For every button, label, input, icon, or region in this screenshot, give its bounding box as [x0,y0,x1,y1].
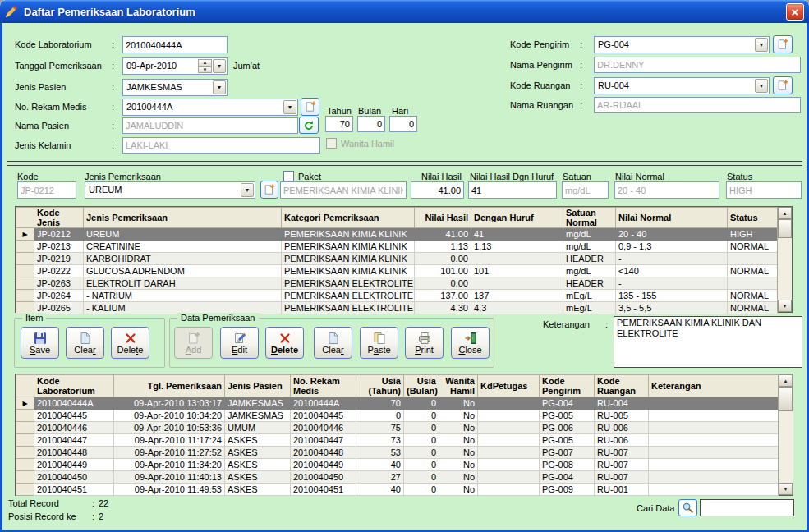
cell-kode-jenis[interactable]: JP-0212 [34,228,84,241]
table-row[interactable]: ▶ JP-0212 UREUM PEMERIKSAAN KIMIA KLINIK… [16,228,778,241]
cell-kode-pengirim[interactable]: PG-005 [540,434,595,447]
cell-nilai-normal[interactable]: 3,5 - 5,5 [616,302,728,314]
cell-usia-tahun[interactable]: 0 [356,410,404,422]
jenis-pasien-combo[interactable]: JAMKESMAS ▼ [122,79,228,96]
cell-kode-ruangan[interactable]: RU-007 [595,447,649,459]
cell-jenis-pemeriksaan[interactable]: - NATRIUM [84,290,282,302]
cell-jenis-pasien[interactable]: ASKES [225,484,291,496]
scrollbar-thumb[interactable] [779,387,793,411]
cell-kode-jenis[interactable]: JP-0219 [34,253,84,265]
print-button[interactable]: Print [405,327,444,359]
cari-data-button[interactable] [678,499,697,516]
row-selector[interactable] [16,422,34,434]
cell-satuan[interactable]: HEADER [563,277,616,290]
cell-nilai-hasil[interactable]: 0.00 [415,277,471,290]
table-row[interactable]: JP-0219 KARBOHIDRAT PEMERIKSAAN KIMIA KL… [16,253,778,265]
add-button[interactable]: Add [174,327,213,359]
cell-dengan-huruf[interactable]: 137 [471,290,563,302]
cell-jenis-pemeriksaan[interactable]: GLUCOSA ADRENDOM [84,265,282,277]
paste-button[interactable]: Paste [360,327,398,359]
satuan-input[interactable] [562,181,609,199]
cell-kode-jenis[interactable]: JP-0213 [34,241,84,253]
cari-data-input[interactable] [700,499,794,516]
cell-kode-pengirim[interactable]: PG-004 [540,397,595,410]
cell-kode-jenis[interactable]: JP-0263 [34,277,84,290]
cell-usia-bulan[interactable]: 0 [404,422,439,434]
nilai-hasil-huruf-input[interactable] [468,181,557,199]
cell-kode-jenis[interactable]: JP-0222 [34,265,84,277]
no-rekam-medis-combo[interactable]: 20100444A ▼ [122,99,298,116]
cell-nilai-normal[interactable]: - [616,277,728,290]
new-ruangan-button[interactable] [773,76,793,94]
table-row[interactable]: ▶ 2010040444A 09-Apr-2010 13:03:17 JAMKE… [16,397,779,410]
cell-usia-tahun[interactable]: 27 [356,471,404,484]
cell-usia-tahun[interactable]: 40 [356,459,404,471]
cell-kode-laboratorium[interactable]: 2010040451 [34,484,114,496]
keterangan-textarea[interactable]: PEMERIKSAAN KIMIA KLINIK DAN ELEKTROLITE [614,316,802,368]
cell-nilai-normal[interactable]: 135 - 155 [616,290,728,302]
cell-kdpetugas[interactable] [478,459,540,471]
cell-satuan[interactable]: mg/dL [563,228,616,241]
cell-nilai-normal[interactable]: 20 - 40 [616,228,728,241]
item-grid-scrollbar[interactable]: ▲ ▼ [777,207,792,312]
table-row[interactable]: JP-0222 GLUCOSA ADRENDOM PEMERIKSAAN KIM… [16,265,778,277]
cell-kdpetugas[interactable] [478,397,540,410]
new-jenis-pemeriksaan-button[interactable] [260,181,278,199]
nilai-normal-input[interactable] [614,181,719,199]
cell-jenis-pemeriksaan[interactable]: UREUM [84,228,282,241]
scroll-down-button[interactable]: ▼ [779,483,793,495]
cell-dengan-huruf[interactable]: 101 [471,265,563,277]
cell-satuan[interactable]: mEg/L [563,302,616,314]
save-button[interactable]: Save [21,327,59,359]
cell-kode-ruangan[interactable]: RU-004 [595,397,649,410]
cell-kategori[interactable]: PEMERIKSAAN KIMIA KLINIK [282,253,415,265]
cell-kode-jenis[interactable]: JP-0264 [34,290,84,302]
row-selector[interactable] [16,471,34,484]
cell-kdpetugas[interactable] [478,410,540,422]
row-selector[interactable] [16,277,34,290]
cell-no-rekam-medis[interactable]: 2010040448 [291,447,356,459]
cell-kdpetugas[interactable] [478,434,540,447]
row-selector[interactable] [16,484,34,496]
cell-usia-tahun[interactable]: 40 [356,484,404,496]
cell-tgl-pemeriksaan[interactable]: 09-Apr-2010 10:53:36 [114,422,225,434]
cell-status[interactable] [728,277,778,290]
cell-no-rekam-medis[interactable]: 2010040447 [291,434,356,447]
cell-usia-tahun[interactable]: 53 [356,447,404,459]
jenis-pemeriksaan-dropdown-button[interactable]: ▼ [241,183,254,197]
cell-keterangan[interactable] [649,484,779,496]
cell-wanita-hamil[interactable]: No [439,471,478,484]
cell-status[interactable]: NORMAL [728,302,778,314]
cell-kode-laboratorium[interactable]: 2010040448 [34,447,114,459]
cell-tgl-pemeriksaan[interactable]: 09-Apr-2010 11:34:20 [114,459,225,471]
cell-kode-pengirim[interactable]: PG-004 [540,471,595,484]
row-selector[interactable] [16,410,34,422]
kode-input[interactable] [17,181,76,199]
cell-satuan[interactable]: mg/dL [563,241,616,253]
cell-status[interactable]: NORMAL [728,241,778,253]
no-rekam-medis-dropdown-button[interactable]: ▼ [283,100,296,114]
cell-kode-ruangan[interactable]: RU-001 [595,484,649,496]
cell-keterangan[interactable] [649,410,779,422]
date-dropdown-button[interactable]: ▼ [213,59,226,73]
cell-satuan[interactable]: mEg/L [563,290,616,302]
cell-kdpetugas[interactable] [478,484,540,496]
cell-kode-pengirim[interactable]: PG-009 [540,484,595,496]
nama-pasien-input[interactable] [122,117,298,134]
cell-dengan-huruf[interactable]: 41 [471,228,563,241]
cell-jenis-pasien[interactable]: ASKES [225,471,291,484]
cell-nilai-hasil[interactable]: 101.00 [415,265,471,277]
cell-wanita-hamil[interactable]: No [439,484,478,496]
cell-kode-laboratorium[interactable]: 2010040446 [34,422,114,434]
refresh-patient-button[interactable] [299,117,319,134]
tanggal-pemeriksaan-picker[interactable]: 09-Apr-2010 ▲ ▼ ▼ [122,57,228,75]
cell-usia-bulan[interactable]: 0 [404,447,439,459]
close-form-button[interactable]: Close [451,327,490,359]
kode-pengirim-dropdown-button[interactable]: ▼ [755,38,768,52]
cell-keterangan[interactable] [649,434,779,447]
delete-item-button[interactable]: Delete [111,327,149,359]
clear-record-button[interactable]: Clear [314,327,352,359]
new-rekam-medis-button[interactable] [301,98,319,116]
cell-usia-bulan[interactable]: 0 [404,471,439,484]
cell-jenis-pasien[interactable]: JAMKESMAS [225,410,291,422]
